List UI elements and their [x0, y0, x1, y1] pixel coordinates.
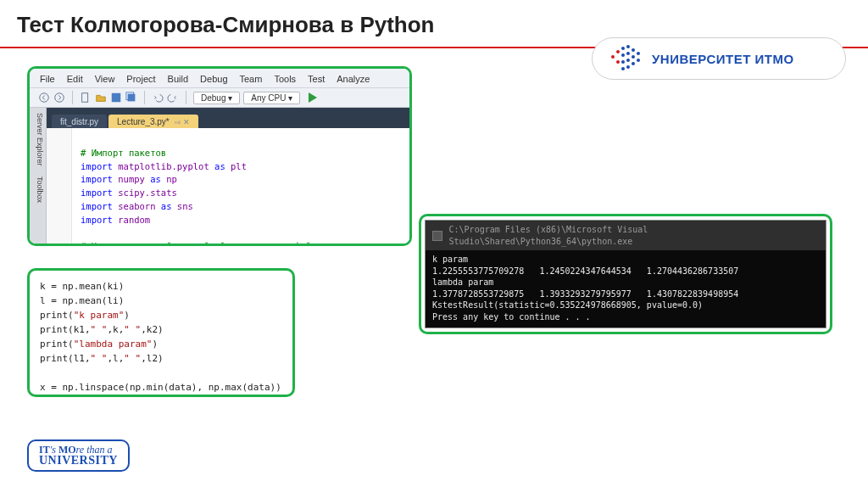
- console-output: k param 1.2255553775709278 1.24502243476…: [426, 250, 826, 326]
- code-snippet-panel: k = np.mean(ki) l = np.mean(li) print("k…: [27, 268, 295, 397]
- menu-tools[interactable]: Tools: [274, 74, 296, 84]
- menu-file[interactable]: File: [40, 74, 55, 84]
- ide-toolbar: Debug ▾ Any CPU ▾: [30, 88, 409, 108]
- console-path: C:\Program Files (x86)\Microsoft Visual …: [449, 224, 819, 247]
- svg-point-0: [40, 93, 49, 103]
- menu-team[interactable]: Team: [240, 74, 263, 84]
- logo-text: УНИВЕРСИТЕТ ИТМО: [652, 52, 794, 66]
- console-panel: C:\Program Files (x86)\Microsoft Visual …: [419, 214, 832, 334]
- open-icon[interactable]: [95, 92, 107, 104]
- back-icon[interactable]: [38, 92, 50, 104]
- save-icon[interactable]: [110, 92, 122, 104]
- menu-debug[interactable]: Debug: [200, 74, 227, 84]
- ide-panel: File Edit View Project Build Debug Team …: [27, 66, 412, 246]
- console-icon: [432, 231, 442, 241]
- svg-rect-2: [82, 93, 88, 103]
- menu-view[interactable]: View: [95, 74, 115, 84]
- save-all-icon[interactable]: [125, 92, 137, 104]
- run-button[interactable]: [309, 92, 317, 103]
- console-titlebar: C:\Program Files (x86)\Microsoft Visual …: [426, 221, 826, 250]
- redo-icon[interactable]: [167, 92, 179, 104]
- menu-analyze[interactable]: Analyze: [337, 74, 370, 84]
- stamp-line2: UNIVERSITY: [39, 455, 118, 467]
- close-tab-icon[interactable]: ⇨ ✕: [175, 118, 191, 126]
- side-tab-toolbox[interactable]: Toolbox: [31, 176, 44, 203]
- new-file-icon[interactable]: [80, 92, 92, 104]
- svg-rect-3: [112, 93, 121, 103]
- menu-test[interactable]: Test: [308, 74, 325, 84]
- menu-build[interactable]: Build: [168, 74, 188, 84]
- svg-point-1: [55, 93, 64, 103]
- ide-menubar: File Edit View Project Build Debug Team …: [30, 69, 409, 88]
- config-platform[interactable]: Any CPU ▾: [243, 92, 300, 104]
- footer-stamp: IT's MOre than a UNIVERSITY: [27, 439, 130, 472]
- university-logo: УНИВЕРСИТЕТ ИТМО: [592, 37, 846, 80]
- tab-fit-distr[interactable]: fit_distr.py: [52, 115, 107, 128]
- config-debug[interactable]: Debug ▾: [193, 92, 240, 104]
- logo-icon: [608, 43, 642, 74]
- side-tab-server-explorer[interactable]: Server Explorer: [31, 113, 44, 166]
- editor-tabs: fit_distr.py Lecture_3.py*⇨ ✕: [47, 108, 409, 128]
- menu-edit[interactable]: Edit: [67, 74, 83, 84]
- forward-icon[interactable]: [53, 92, 65, 104]
- menu-project[interactable]: Project: [126, 74, 155, 84]
- undo-icon[interactable]: [152, 92, 164, 104]
- code-editor[interactable]: # Импорт пакетов import matplotlib.pyplo…: [47, 128, 409, 244]
- page-title: Тест Колмогорова-Смирнова в Python: [17, 12, 851, 38]
- tab-lecture3[interactable]: Lecture_3.py*⇨ ✕: [108, 115, 198, 128]
- ide-side-tabs: Server Explorer Toolbox: [30, 108, 47, 244]
